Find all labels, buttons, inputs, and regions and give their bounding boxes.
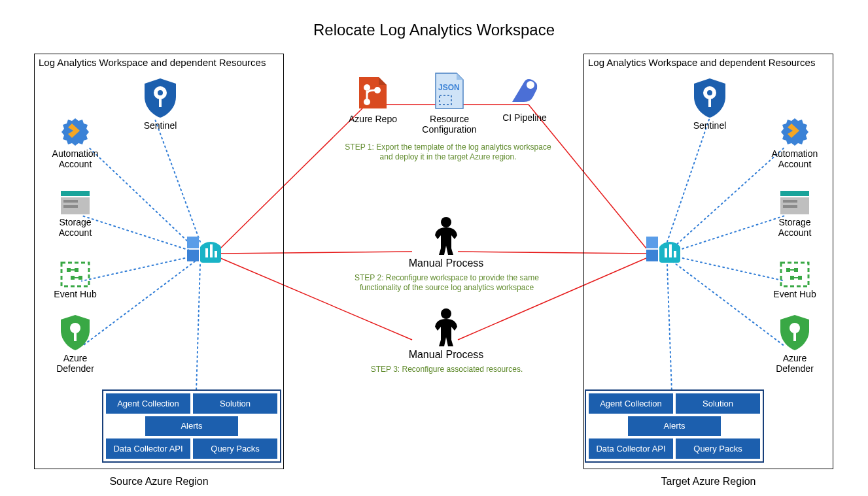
target-sentinel: Sentinel — [680, 77, 739, 131]
automation-icon — [59, 114, 92, 147]
person-icon — [430, 307, 462, 348]
source-region-caption: Source Azure Region — [34, 476, 284, 488]
sentinel-label: Sentinel — [693, 120, 727, 131]
eventhub-label: Event Hub — [773, 289, 816, 299]
target-automation: Automation Account — [762, 114, 827, 169]
svg-rect-43 — [708, 97, 711, 107]
grid-collector: Data Collector API — [106, 438, 190, 459]
ci-pipeline: CI Pipeline — [492, 73, 557, 123]
svg-rect-34 — [74, 332, 77, 341]
source-storage: Storage Account — [46, 190, 105, 238]
source-panel-header: Log Analytics Workspace and dependent Re… — [35, 54, 283, 71]
grid-alerts: Alerts — [145, 416, 238, 437]
svg-rect-61 — [669, 244, 672, 257]
storage-icon — [779, 190, 810, 216]
eventhub-icon — [780, 261, 810, 288]
defender-label: Azure Defender — [765, 353, 824, 374]
svg-text:JSON: JSON — [438, 83, 460, 92]
grid-alerts: Alerts — [628, 416, 721, 437]
svg-rect-28 — [75, 268, 78, 272]
target-panel-header: Log Analytics Workspace and dependent Re… — [584, 54, 833, 71]
automation-label: Automation Account — [762, 148, 827, 169]
sentinel-icon — [691, 77, 728, 119]
svg-rect-29 — [71, 276, 75, 280]
svg-point-69 — [441, 217, 451, 227]
grid-query: Query Packs — [676, 438, 760, 459]
svg-rect-26 — [61, 263, 89, 286]
sentinel-label: Sentinel — [144, 120, 177, 131]
svg-rect-30 — [78, 276, 82, 280]
storage-icon — [60, 190, 91, 216]
resource-config: JSON Resource Configuration — [413, 71, 485, 135]
source-defender: Azure Defender — [46, 314, 105, 374]
repo-label: Azure Repo — [349, 114, 397, 124]
svg-rect-39 — [210, 244, 213, 257]
pipeline-icon — [506, 73, 544, 111]
source-log-analytics-hub — [182, 229, 228, 272]
svg-point-65 — [364, 84, 370, 91]
manual-process-1: Manual Process — [400, 216, 492, 269]
source-sentinel: Sentinel — [131, 77, 190, 131]
defender-label: Azure Defender — [46, 353, 105, 374]
svg-rect-48 — [781, 263, 808, 286]
storage-label: Storage Account — [765, 217, 824, 238]
log-analytics-icon — [183, 229, 226, 272]
svg-point-20 — [158, 90, 163, 95]
svg-point-63 — [364, 99, 370, 105]
svg-rect-47 — [783, 205, 797, 208]
svg-point-68 — [527, 81, 534, 89]
automation-icon — [778, 114, 811, 147]
sentinel-icon — [142, 77, 179, 119]
svg-rect-60 — [665, 248, 667, 257]
svg-rect-62 — [674, 251, 676, 257]
svg-rect-57 — [646, 250, 658, 261]
svg-point-70 — [441, 308, 451, 319]
source-feature-grid: Agent Collection Solution Alerts Data Co… — [102, 389, 281, 463]
eventhub-label: Event Hub — [54, 289, 96, 299]
svg-point-64 — [374, 87, 381, 93]
defender-icon — [778, 314, 812, 352]
svg-rect-50 — [794, 268, 798, 272]
svg-rect-52 — [798, 276, 802, 280]
step2-text: STEP 2: Reconfigure workspace to provide… — [339, 273, 555, 293]
diagram-canvas: Relocate Log Analytics Workspace — [0, 0, 868, 496]
svg-rect-38 — [205, 248, 208, 257]
storage-label: Storage Account — [46, 217, 105, 238]
svg-rect-51 — [790, 276, 794, 280]
svg-rect-40 — [215, 251, 217, 257]
person-icon — [430, 216, 462, 256]
target-eventhub: Event Hub — [765, 261, 824, 299]
svg-rect-35 — [187, 250, 199, 261]
json-file-icon: JSON — [432, 71, 467, 112]
manual-process-2: Manual Process — [400, 307, 492, 361]
grid-solution: Solution — [193, 393, 277, 414]
source-automation: Automation Account — [43, 114, 108, 169]
source-eventhub: Event Hub — [46, 261, 105, 299]
automation-label: Automation Account — [43, 148, 108, 169]
svg-point-55 — [790, 323, 800, 333]
svg-rect-24 — [63, 200, 78, 203]
target-feature-grid: Agent Collection Solution Alerts Data Co… — [585, 389, 764, 463]
grid-collector: Data Collector API — [589, 438, 673, 459]
svg-point-33 — [70, 323, 80, 333]
target-defender: Azure Defender — [765, 314, 824, 374]
azure-repo: Azure Repo — [340, 73, 406, 124]
svg-rect-37 — [187, 237, 199, 248]
target-log-analytics-hub — [641, 229, 687, 272]
grid-solution: Solution — [676, 393, 760, 414]
svg-rect-44 — [780, 191, 809, 196]
repo-icon — [355, 73, 391, 112]
manual-process-label: Manual Process — [409, 257, 484, 269]
eventhub-icon — [60, 261, 90, 288]
pipeline-label: CI Pipeline — [502, 112, 547, 123]
grid-agent: Agent Collection — [589, 393, 673, 414]
grid-query: Query Packs — [193, 438, 277, 459]
svg-rect-46 — [783, 200, 797, 203]
svg-rect-22 — [61, 191, 90, 196]
svg-point-42 — [707, 90, 712, 95]
svg-rect-21 — [159, 97, 162, 107]
step3-text: STEP 3: Reconfigure associated resources… — [339, 365, 555, 374]
resource-config-label: Resource Configuration — [413, 114, 485, 135]
defender-icon — [58, 314, 92, 352]
grid-agent: Agent Collection — [106, 393, 190, 414]
